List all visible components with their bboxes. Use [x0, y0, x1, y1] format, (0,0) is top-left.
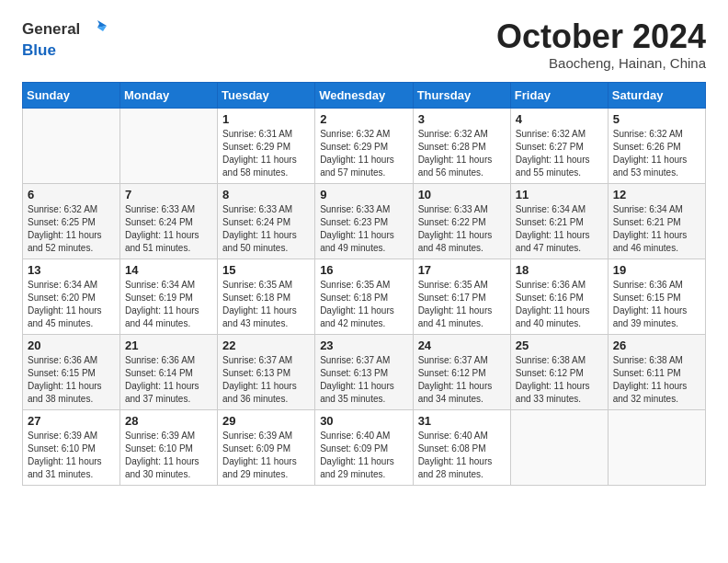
logo-line1: General: [22, 18, 107, 41]
day-number: 24: [418, 339, 506, 352]
weekday-header-saturday: Saturday: [608, 82, 705, 108]
day-number: 31: [418, 414, 506, 428]
calendar-cell: 5Sunrise: 6:32 AM Sunset: 6:26 PM Daylig…: [608, 108, 705, 183]
day-info: Sunrise: 6:36 AM Sunset: 6:15 PM Dayligh…: [613, 279, 700, 330]
calendar-cell: 6Sunrise: 6:32 AM Sunset: 6:25 PM Daylig…: [23, 183, 120, 259]
calendar-week-row: 6Sunrise: 6:32 AM Sunset: 6:25 PM Daylig…: [23, 183, 706, 259]
day-info: Sunrise: 6:35 AM Sunset: 6:17 PM Dayligh…: [418, 279, 506, 330]
day-info: Sunrise: 6:40 AM Sunset: 6:09 PM Dayligh…: [320, 430, 407, 481]
day-number: 17: [418, 263, 506, 277]
day-info: Sunrise: 6:33 AM Sunset: 6:24 PM Dayligh…: [125, 203, 212, 255]
calendar-cell: 20Sunrise: 6:36 AM Sunset: 6:15 PM Dayli…: [23, 334, 120, 409]
title-block: October 2024 Baocheng, Hainan, China: [496, 18, 706, 71]
day-info: Sunrise: 6:33 AM Sunset: 6:22 PM Dayligh…: [418, 203, 506, 255]
day-info: Sunrise: 6:36 AM Sunset: 6:15 PM Dayligh…: [28, 354, 115, 406]
calendar-cell: 25Sunrise: 6:38 AM Sunset: 6:12 PM Dayli…: [510, 334, 608, 409]
calendar-cell: 26Sunrise: 6:38 AM Sunset: 6:11 PM Dayli…: [608, 334, 705, 409]
calendar-cell: 22Sunrise: 6:37 AM Sunset: 6:13 PM Dayli…: [218, 334, 315, 409]
day-info: Sunrise: 6:32 AM Sunset: 6:25 PM Dayligh…: [28, 203, 115, 255]
calendar-cell: 4Sunrise: 6:32 AM Sunset: 6:27 PM Daylig…: [510, 108, 608, 183]
calendar-cell: 13Sunrise: 6:34 AM Sunset: 6:20 PM Dayli…: [23, 259, 120, 334]
calendar-cell: [510, 409, 608, 485]
day-number: 28: [125, 414, 212, 428]
day-info: Sunrise: 6:35 AM Sunset: 6:18 PM Dayligh…: [222, 279, 310, 330]
day-number: 15: [222, 263, 310, 277]
calendar-cell: 27Sunrise: 6:39 AM Sunset: 6:10 PM Dayli…: [23, 409, 120, 485]
calendar-cell: [120, 108, 218, 183]
weekday-header-tuesday: Tuesday: [218, 82, 315, 108]
day-number: 20: [28, 339, 115, 352]
calendar-cell: 30Sunrise: 6:40 AM Sunset: 6:09 PM Dayli…: [315, 409, 413, 485]
day-number: 22: [222, 339, 310, 352]
day-number: 29: [222, 414, 310, 428]
weekday-header-monday: Monday: [120, 82, 218, 108]
calendar-cell: 12Sunrise: 6:34 AM Sunset: 6:21 PM Dayli…: [608, 183, 705, 259]
calendar-table: SundayMondayTuesdayWednesdayThursdayFrid…: [22, 82, 706, 486]
day-info: Sunrise: 6:34 AM Sunset: 6:20 PM Dayligh…: [28, 279, 115, 330]
day-info: Sunrise: 6:39 AM Sunset: 6:10 PM Dayligh…: [125, 430, 212, 481]
weekday-header-friday: Friday: [510, 82, 608, 108]
calendar-cell: 29Sunrise: 6:39 AM Sunset: 6:09 PM Dayli…: [218, 409, 315, 485]
day-info: Sunrise: 6:34 AM Sunset: 6:21 PM Dayligh…: [516, 203, 603, 255]
logo: General Blue: [22, 18, 107, 59]
day-number: 2: [320, 112, 407, 126]
day-number: 23: [320, 339, 407, 352]
day-info: Sunrise: 6:35 AM Sunset: 6:18 PM Dayligh…: [320, 279, 407, 330]
day-number: 1: [222, 112, 310, 126]
day-info: Sunrise: 6:36 AM Sunset: 6:14 PM Dayligh…: [125, 354, 212, 406]
day-number: 21: [125, 339, 212, 352]
calendar-cell: 2Sunrise: 6:32 AM Sunset: 6:29 PM Daylig…: [315, 108, 413, 183]
calendar-cell: 10Sunrise: 6:33 AM Sunset: 6:22 PM Dayli…: [413, 183, 510, 259]
calendar-cell: 9Sunrise: 6:33 AM Sunset: 6:23 PM Daylig…: [315, 183, 413, 259]
day-number: 11: [516, 188, 603, 201]
calendar-week-row: 13Sunrise: 6:34 AM Sunset: 6:20 PM Dayli…: [23, 259, 706, 334]
calendar-cell: [23, 108, 120, 183]
calendar-cell: 14Sunrise: 6:34 AM Sunset: 6:19 PM Dayli…: [120, 259, 218, 334]
day-number: 13: [28, 263, 115, 277]
logo-line2: Blue: [22, 41, 107, 60]
calendar-cell: 11Sunrise: 6:34 AM Sunset: 6:21 PM Dayli…: [510, 183, 608, 259]
location-subtitle: Baocheng, Hainan, China: [496, 55, 706, 71]
day-info: Sunrise: 6:39 AM Sunset: 6:09 PM Dayligh…: [222, 430, 310, 481]
day-number: 6: [28, 188, 115, 201]
day-number: 10: [418, 188, 506, 201]
day-number: 3: [418, 112, 506, 126]
calendar-cell: 3Sunrise: 6:32 AM Sunset: 6:28 PM Daylig…: [413, 108, 510, 183]
day-info: Sunrise: 6:38 AM Sunset: 6:12 PM Dayligh…: [516, 354, 603, 406]
day-number: 5: [613, 112, 700, 126]
page-header: General Blue October 2024 Baocheng, Hain…: [22, 18, 706, 71]
day-number: 8: [222, 188, 310, 201]
day-number: 25: [516, 339, 603, 352]
weekday-header-wednesday: Wednesday: [315, 82, 413, 108]
day-number: 4: [516, 112, 603, 126]
day-info: Sunrise: 6:33 AM Sunset: 6:23 PM Dayligh…: [320, 203, 407, 255]
day-info: Sunrise: 6:39 AM Sunset: 6:10 PM Dayligh…: [28, 430, 115, 481]
logo-bird-icon: [86, 18, 107, 37]
calendar-week-row: 20Sunrise: 6:36 AM Sunset: 6:15 PM Dayli…: [23, 334, 706, 409]
day-info: Sunrise: 6:38 AM Sunset: 6:11 PM Dayligh…: [613, 354, 700, 406]
day-number: 9: [320, 188, 407, 201]
day-info: Sunrise: 6:32 AM Sunset: 6:29 PM Dayligh…: [320, 128, 407, 179]
calendar-header-row: SundayMondayTuesdayWednesdayThursdayFrid…: [23, 82, 706, 108]
day-info: Sunrise: 6:32 AM Sunset: 6:26 PM Dayligh…: [613, 128, 700, 179]
day-info: Sunrise: 6:32 AM Sunset: 6:28 PM Dayligh…: [418, 128, 506, 179]
day-number: 14: [125, 263, 212, 277]
calendar-cell: 7Sunrise: 6:33 AM Sunset: 6:24 PM Daylig…: [120, 183, 218, 259]
day-number: 12: [613, 188, 700, 201]
month-title: October 2024: [496, 18, 706, 55]
weekday-header-sunday: Sunday: [23, 82, 120, 108]
day-info: Sunrise: 6:36 AM Sunset: 6:16 PM Dayligh…: [516, 279, 603, 330]
calendar-week-row: 27Sunrise: 6:39 AM Sunset: 6:10 PM Dayli…: [23, 409, 706, 485]
weekday-header-thursday: Thursday: [413, 82, 510, 108]
calendar-cell: [608, 409, 705, 485]
calendar-cell: 24Sunrise: 6:37 AM Sunset: 6:12 PM Dayli…: [413, 334, 510, 409]
day-info: Sunrise: 6:37 AM Sunset: 6:13 PM Dayligh…: [222, 354, 310, 406]
day-info: Sunrise: 6:40 AM Sunset: 6:08 PM Dayligh…: [418, 430, 506, 481]
day-info: Sunrise: 6:34 AM Sunset: 6:21 PM Dayligh…: [613, 203, 700, 255]
day-info: Sunrise: 6:37 AM Sunset: 6:12 PM Dayligh…: [418, 354, 506, 406]
day-number: 7: [125, 188, 212, 201]
day-info: Sunrise: 6:34 AM Sunset: 6:19 PM Dayligh…: [125, 279, 212, 330]
day-info: Sunrise: 6:31 AM Sunset: 6:29 PM Dayligh…: [222, 128, 310, 179]
calendar-cell: 31Sunrise: 6:40 AM Sunset: 6:08 PM Dayli…: [413, 409, 510, 485]
day-number: 19: [613, 263, 700, 277]
